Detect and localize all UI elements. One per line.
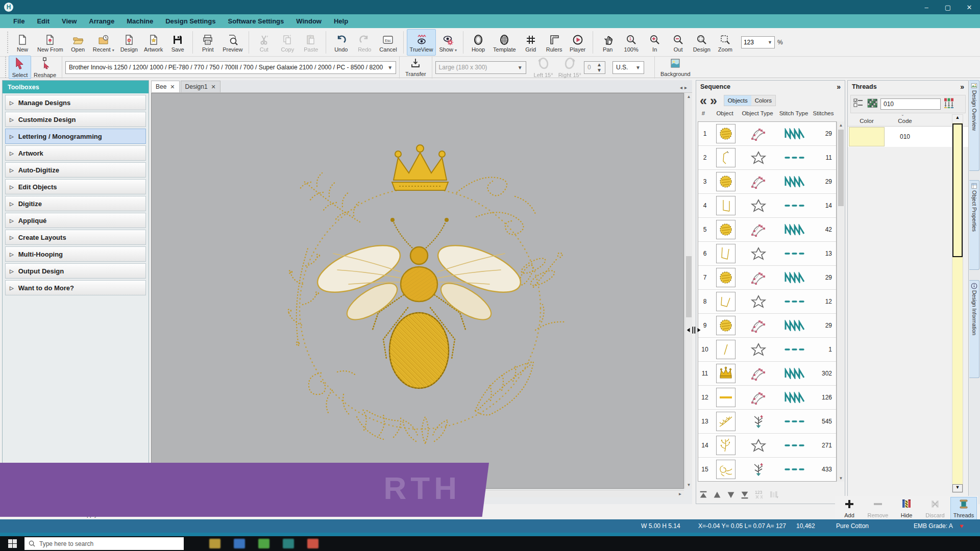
units-dropdown[interactable]: U.S. ▼ bbox=[612, 61, 644, 74]
toolbox-item-appliqu-[interactable]: ▷Appliqué bbox=[5, 213, 146, 228]
tab-objects[interactable]: Objects bbox=[724, 95, 751, 106]
close-icon[interactable]: ✕ bbox=[211, 84, 216, 90]
taskbar-app-icon[interactable] bbox=[307, 539, 318, 548]
side-tab-object-properties[interactable]: Object Properties bbox=[969, 180, 979, 270]
toolbox-item-multi-hooping[interactable]: ▷Multi-Hooping bbox=[5, 246, 146, 262]
rulers-button[interactable]: Rulers bbox=[543, 29, 566, 56]
collapse-panel-icon[interactable]: » bbox=[960, 83, 964, 91]
transfer-button[interactable]: Transfer bbox=[403, 57, 429, 78]
scrollbar-thumb[interactable] bbox=[686, 256, 692, 317]
sequence-row-11[interactable]: 11 302 bbox=[698, 362, 836, 386]
move-up-button[interactable] bbox=[712, 490, 722, 500]
artwork-button[interactable]: Artwork bbox=[141, 29, 166, 56]
tab-colors[interactable]: Colors bbox=[751, 95, 775, 106]
close-button[interactable]: ✕ bbox=[959, 0, 980, 14]
taskbar-app-icon[interactable] bbox=[258, 539, 270, 548]
hide-button[interactable]: Hide bbox=[893, 497, 920, 520]
scrollbar-thumb[interactable] bbox=[838, 130, 844, 206]
sequence-row-10[interactable]: 10 1 bbox=[698, 338, 836, 362]
hoop-size-dropdown[interactable]: Large (180 x 300) ▼ bbox=[435, 61, 526, 74]
collapse-panel-icon[interactable]: » bbox=[837, 83, 841, 91]
preview-button[interactable]: Preview bbox=[219, 29, 246, 56]
sequence-row-3[interactable]: 3 29 bbox=[698, 170, 836, 194]
move-last-button[interactable] bbox=[740, 490, 750, 500]
windows-start-icon[interactable] bbox=[8, 539, 17, 548]
reseq-color-button[interactable] bbox=[768, 489, 779, 500]
forward-color-icon[interactable]: » bbox=[708, 95, 719, 106]
toolbar-drag-handle[interactable] bbox=[5, 56, 7, 79]
toolbox-item-create-layouts[interactable]: ▷Create Layouts bbox=[5, 230, 146, 245]
scroll-down-icon[interactable]: ▼ bbox=[685, 481, 693, 489]
toolbox-item-manage-designs[interactable]: ▷Manage Designs bbox=[5, 95, 146, 110]
reshape-tool-button[interactable]: Reshape bbox=[31, 56, 59, 79]
new-button[interactable]: New bbox=[11, 29, 34, 56]
copy-button[interactable]: Copy bbox=[276, 29, 299, 56]
reseq-123-button[interactable]: 123 bbox=[753, 489, 765, 500]
thread-chart-icon[interactable] bbox=[867, 97, 878, 111]
print-button[interactable]: Print bbox=[196, 29, 219, 56]
trueview-button[interactable]: TrueView bbox=[407, 29, 436, 56]
scroll-down-icon[interactable]: ▼ bbox=[952, 484, 963, 492]
sequence-row-2[interactable]: 2 11 bbox=[698, 146, 836, 170]
scroll-up-icon[interactable]: ▲ bbox=[952, 115, 963, 123]
toolbox-item-output-design[interactable]: ▷Output Design bbox=[5, 263, 146, 279]
sequence-row-9[interactable]: 9 29 bbox=[698, 314, 836, 338]
menu-arrange[interactable]: Arrange bbox=[83, 15, 120, 27]
select-tool-button[interactable]: Select bbox=[9, 56, 31, 79]
move-down-button[interactable] bbox=[726, 490, 736, 500]
rotate-hoop-right-button[interactable]: Right 15° bbox=[556, 56, 584, 79]
menu-file[interactable]: File bbox=[7, 15, 31, 27]
open-button[interactable]: Open bbox=[66, 29, 90, 56]
menu-design-settings[interactable]: Design Settings bbox=[159, 15, 222, 27]
rotate-hoop-left-button[interactable]: Left 15° bbox=[531, 56, 556, 79]
show-button[interactable]: Show ▾ bbox=[436, 29, 460, 56]
sequence-row-14[interactable]: 14 271 bbox=[698, 434, 836, 458]
new-from-button[interactable]: New From bbox=[34, 29, 66, 56]
hoop-angle-spinner[interactable]: 0 ▲▼ bbox=[584, 61, 605, 74]
sequence-row-13[interactable]: 13 545 bbox=[698, 410, 836, 434]
sequence-row-8[interactable]: 8 12 bbox=[698, 290, 836, 314]
scroll-right-icon[interactable]: ► bbox=[676, 490, 684, 498]
move-first-button[interactable] bbox=[698, 490, 708, 500]
sequence-scrollbar[interactable]: ▲ ▼ bbox=[837, 121, 844, 482]
sequence-row-15[interactable]: 15 433 bbox=[698, 458, 836, 482]
menu-window[interactable]: Window bbox=[290, 15, 328, 27]
sequence-row-12[interactable]: 12 126 bbox=[698, 386, 836, 410]
zoom-button[interactable]: Zoom bbox=[714, 29, 737, 56]
menu-help[interactable]: Help bbox=[328, 15, 354, 27]
design-button[interactable]: Design bbox=[690, 29, 714, 56]
side-tab-design-overview[interactable]: Design Overview bbox=[969, 80, 979, 171]
back-color-icon[interactable]: « bbox=[698, 95, 708, 106]
thread-list-options-icon[interactable] bbox=[853, 97, 864, 111]
in-button[interactable]: In bbox=[643, 29, 667, 56]
redo-button[interactable]: Redo bbox=[353, 29, 376, 56]
pan-button[interactable]: Pan bbox=[596, 29, 620, 56]
sequence-row-1[interactable]: 1 29 bbox=[698, 122, 836, 146]
sequence-row-4[interactable]: 4 14 bbox=[698, 194, 836, 218]
toolbox-item-edit-objects[interactable]: ▷Edit Objects bbox=[5, 179, 146, 194]
tab-bee[interactable]: Bee ✕ bbox=[151, 81, 180, 92]
toolbox-item-lettering-monogramming[interactable]: ▷Lettering / Monogramming bbox=[5, 129, 146, 144]
scroll-up-icon[interactable]: ▲ bbox=[685, 93, 693, 101]
menu-software-settings[interactable]: Software Settings bbox=[222, 15, 290, 27]
zoom-percent-combobox[interactable]: 123▼ bbox=[741, 36, 775, 48]
scroll-down-icon[interactable]: ▼ bbox=[837, 474, 845, 482]
maximize-button[interactable]: ▢ bbox=[937, 0, 959, 14]
discard-button[interactable]: Discard bbox=[922, 497, 948, 520]
sequence-row-6[interactable]: 6 13 bbox=[698, 242, 836, 266]
background-button[interactable]: Background bbox=[658, 57, 693, 78]
menu-edit[interactable]: Edit bbox=[31, 15, 56, 27]
minimize-button[interactable]: – bbox=[916, 0, 937, 14]
sequence-row-5[interactable]: 5 42 bbox=[698, 218, 836, 242]
paste-button[interactable]: Paste bbox=[299, 29, 323, 56]
threads-button[interactable]: Threads bbox=[950, 497, 977, 520]
design-canvas[interactable] bbox=[151, 93, 684, 489]
hoop-button[interactable]: Hoop bbox=[467, 29, 490, 56]
cancel-button[interactable]: Esc Cancel bbox=[376, 29, 400, 56]
taskbar-app-icon[interactable] bbox=[234, 539, 245, 548]
tab-scroll-arrows[interactable]: ◂▸ bbox=[680, 85, 692, 92]
add-button[interactable]: Add bbox=[836, 497, 863, 520]
recent-button[interactable]: Recent ▾ bbox=[90, 29, 117, 56]
toolbox-item-want-to-do-more-[interactable]: ▷Want to do More? bbox=[5, 280, 146, 295]
menu-machine[interactable]: Machine bbox=[120, 15, 159, 27]
